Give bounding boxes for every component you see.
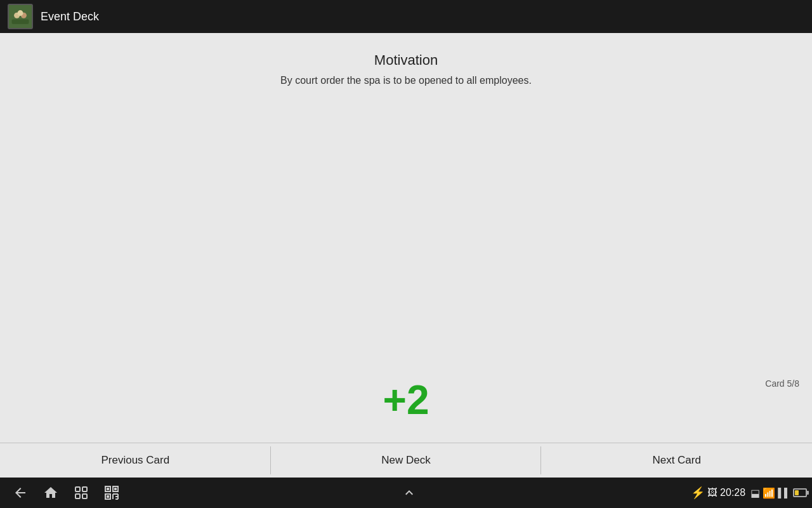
svg-point-3 xyxy=(18,10,23,16)
sys-right: ⚡ 🖼 20:28 ⬓ 📶 ▌▌ xyxy=(691,486,807,500)
previous-card-button[interactable]: Previous Card xyxy=(0,443,271,478)
card-description: By court order the spa is to be opened t… xyxy=(280,75,532,86)
card-counter: Card 5/8 xyxy=(765,378,799,389)
system-time: 20:28 xyxy=(720,487,745,498)
sys-center xyxy=(127,485,691,500)
svg-rect-6 xyxy=(82,487,87,491)
bluetooth-icon: ⬓ xyxy=(750,487,760,499)
svg-rect-0 xyxy=(9,5,32,28)
usb-icon: ⚡ xyxy=(691,486,705,500)
svg-rect-8 xyxy=(82,494,87,498)
back-button[interactable] xyxy=(5,478,36,508)
bottom-nav: Previous Card New Deck Next Card xyxy=(0,443,812,478)
app-icon xyxy=(8,4,33,29)
svg-rect-4 xyxy=(12,20,29,24)
recent-apps-button[interactable] xyxy=(66,478,96,508)
app-bar: Event Deck xyxy=(0,0,812,33)
screenshot-button[interactable] xyxy=(96,478,127,508)
svg-rect-12 xyxy=(114,488,117,490)
svg-rect-7 xyxy=(75,494,80,498)
svg-rect-5 xyxy=(75,487,80,491)
system-bar: ⚡ 🖼 20:28 ⬓ 📶 ▌▌ xyxy=(0,478,812,508)
card-value: +2 xyxy=(383,377,429,424)
home-button[interactable] xyxy=(36,478,66,508)
card-title: Motivation xyxy=(374,52,438,69)
new-deck-button[interactable]: New Deck xyxy=(271,443,542,478)
notification-icon: 🖼 xyxy=(707,487,717,498)
svg-rect-10 xyxy=(107,488,109,490)
next-card-button[interactable]: Next Card xyxy=(541,443,812,478)
battery-icon xyxy=(793,488,807,497)
main-content: Motivation By court order the spa is to … xyxy=(0,33,812,443)
signal-icon: ▌▌ xyxy=(778,488,790,498)
wifi-icon: 📶 xyxy=(763,487,775,499)
app-title: Event Deck xyxy=(41,10,99,23)
svg-rect-14 xyxy=(107,495,109,498)
